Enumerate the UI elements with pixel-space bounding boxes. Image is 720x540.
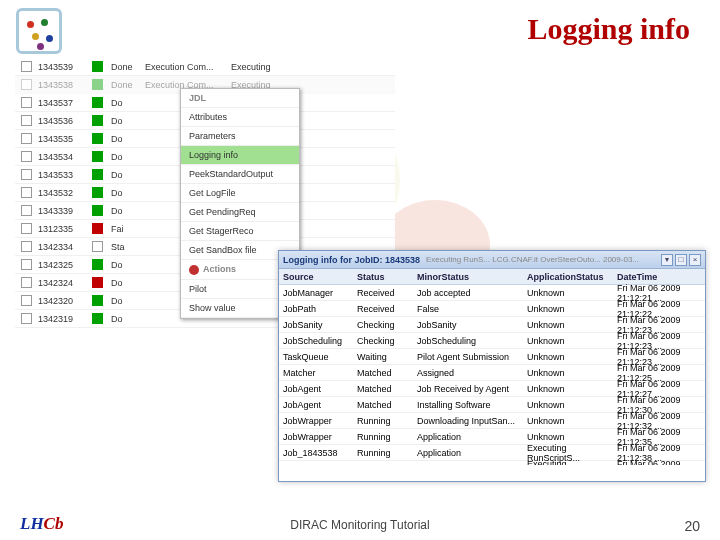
log-row[interactable]: JobWrapperCompletedApplication Finished …: [279, 461, 705, 465]
status-square-icon: [92, 223, 103, 234]
status-text: Do: [111, 170, 145, 180]
row-checkbox[interactable]: [21, 223, 32, 234]
row-checkbox[interactable]: [21, 187, 32, 198]
maximize-icon[interactable]: □: [675, 254, 687, 266]
status-square-icon: [92, 115, 103, 126]
column-datetime[interactable]: DateTime: [617, 272, 705, 282]
status-text: Do: [111, 134, 145, 144]
job-id: 1343538: [38, 80, 88, 90]
column-status[interactable]: Status: [357, 272, 417, 282]
status-square-icon: [92, 61, 103, 72]
column-applicationstatus[interactable]: ApplicationStatus: [527, 272, 617, 282]
status-text: Do: [111, 260, 145, 270]
job-id: 1342320: [38, 296, 88, 306]
row-checkbox[interactable]: [21, 115, 32, 126]
row-checkbox[interactable]: [21, 97, 32, 108]
status-text: Do: [111, 116, 145, 126]
job-id: 1342334: [38, 242, 88, 252]
status-text: Do: [111, 314, 145, 324]
row-checkbox[interactable]: [21, 205, 32, 216]
status-square-icon: [92, 277, 103, 288]
menu-item-get-stagerreco[interactable]: Get StagerReco: [181, 222, 299, 241]
status-text: Do: [111, 278, 145, 288]
menu-item-parameters[interactable]: Parameters: [181, 127, 299, 146]
status-text: Do: [111, 296, 145, 306]
status-text: Do: [111, 206, 145, 216]
status-square-icon: [92, 295, 103, 306]
window-titlebar[interactable]: Logging info for JobID: 1843538 Executin…: [279, 251, 705, 269]
status-text: Done: [111, 80, 145, 90]
status-text: Do: [111, 152, 145, 162]
job-id: 1343339: [38, 206, 88, 216]
table-row[interactable]: 1343539DoneExecution Com...Executing: [15, 58, 395, 76]
lhcb-logo: LHCb: [20, 514, 63, 534]
row-checkbox[interactable]: [21, 79, 32, 90]
row-checkbox[interactable]: [21, 277, 32, 288]
status-square-icon: [92, 97, 103, 108]
job-id: 1342319: [38, 314, 88, 324]
menu-item-jdl: JDL: [181, 89, 299, 108]
job-id: 1342324: [38, 278, 88, 288]
minimize-icon[interactable]: ▾: [661, 254, 673, 266]
job-id: 1343534: [38, 152, 88, 162]
row-checkbox[interactable]: [21, 241, 32, 252]
column-source[interactable]: Source: [279, 272, 357, 282]
job-id: 1312335: [38, 224, 88, 234]
status-text: Sta: [111, 242, 145, 252]
row-checkbox[interactable]: [21, 169, 32, 180]
status-text: Done: [111, 62, 145, 72]
footer-title: DIRAC Monitoring Tutorial: [290, 518, 429, 532]
status-square-icon: [92, 241, 103, 252]
job-id: 1343539: [38, 62, 88, 72]
job-id: 1343536: [38, 116, 88, 126]
menu-item-peekstandardoutput[interactable]: PeekStandardOutput: [181, 165, 299, 184]
menu-item-get-logfile[interactable]: Get LogFile: [181, 184, 299, 203]
job-id: 1343533: [38, 170, 88, 180]
status-square-icon: [92, 79, 103, 90]
status-text: Fai: [111, 224, 145, 234]
row-checkbox[interactable]: [21, 313, 32, 324]
log-grid: SourceStatusMinorStatusApplicationStatus…: [279, 269, 705, 465]
window-title: Logging info for JobID: 1843538: [283, 255, 420, 265]
page-number: 20: [684, 518, 700, 534]
row-checkbox[interactable]: [21, 61, 32, 72]
palette-logo: [16, 8, 62, 54]
row-checkbox[interactable]: [21, 151, 32, 162]
status-text: Do: [111, 98, 145, 108]
job-id: 1342325: [38, 260, 88, 270]
app-status: Executing: [231, 62, 291, 72]
logging-info-window: Logging info for JobID: 1843538 Executin…: [278, 250, 706, 482]
window-subtitle: Executing RunS... LCG.CNAF.it OverSteerO…: [426, 255, 639, 264]
row-checkbox[interactable]: [21, 133, 32, 144]
status-text: Do: [111, 188, 145, 198]
menu-item-get-pendingreq[interactable]: Get PendingReq: [181, 203, 299, 222]
row-checkbox[interactable]: [21, 295, 32, 306]
column-minorstatus[interactable]: MinorStatus: [417, 272, 527, 282]
status-square-icon: [92, 151, 103, 162]
menu-item-attributes[interactable]: Attributes: [181, 108, 299, 127]
row-checkbox[interactable]: [21, 259, 32, 270]
close-icon[interactable]: ×: [689, 254, 701, 266]
minor-status: Execution Com...: [145, 62, 231, 72]
job-id: 1343535: [38, 134, 88, 144]
menu-item-logging-info[interactable]: Logging info: [181, 146, 299, 165]
action-icon: [189, 265, 199, 275]
status-square-icon: [92, 313, 103, 324]
status-square-icon: [92, 205, 103, 216]
status-square-icon: [92, 187, 103, 198]
slide-title: Logging info: [527, 12, 690, 46]
status-square-icon: [92, 259, 103, 270]
status-square-icon: [92, 169, 103, 180]
job-id: 1343537: [38, 98, 88, 108]
status-square-icon: [92, 133, 103, 144]
job-id: 1343532: [38, 188, 88, 198]
